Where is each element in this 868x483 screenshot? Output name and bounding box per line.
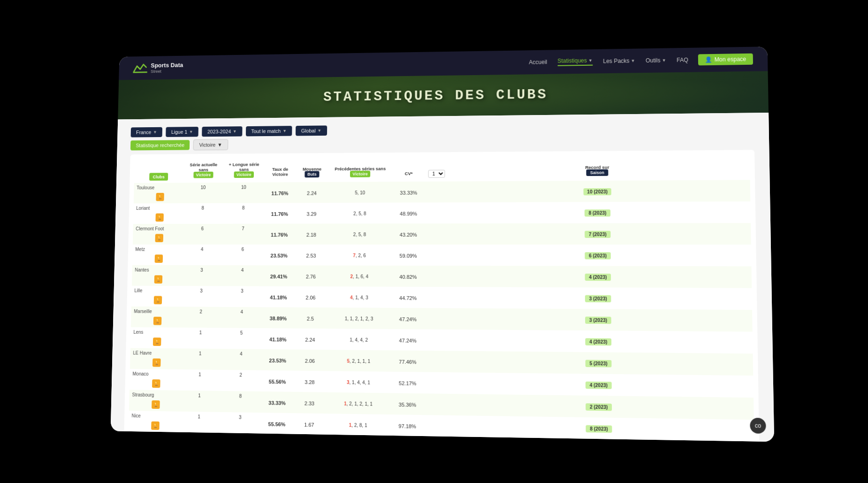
victoire-label: Victoire (199, 142, 215, 147)
club-icon-10: 🏆 (152, 400, 160, 408)
nav-les-packs[interactable]: Les Packs ▼ (603, 57, 635, 64)
header-moyenne-label: Moyenne Buts (298, 164, 327, 178)
header-saison: Saison (586, 169, 609, 176)
filter-league[interactable]: Ligue 1 ▼ (166, 127, 198, 137)
club-icon-7: 🏆 (153, 337, 161, 346)
filter-season-label: 2023-2024 (207, 129, 231, 134)
nav-faq[interactable]: FAQ (677, 56, 688, 63)
club-icon-2: 🏆 (155, 234, 164, 242)
filters-row-2: Statistique recherchée Victoire ▼ (130, 134, 754, 151)
nav-statistiques[interactable]: Statistiques ▼ (557, 57, 593, 66)
record-cell-4: 4 (2023) (585, 273, 611, 280)
stat-recherchee-label: Statistique recherchée (136, 142, 184, 148)
header-victoire1: Victoire (193, 171, 213, 178)
club-icon-3: 🏆 (155, 254, 163, 263)
record-cell-10: 2 (2023) (586, 403, 612, 411)
club-name-11: Nice (131, 413, 176, 419)
nav-links: Accueil Statistiques ▼ Les Packs ▼ Outil… (529, 55, 688, 66)
club-name-5: Lille (134, 288, 178, 293)
header-longue-label: + Longue série sans Victoire (225, 160, 263, 178)
record-cell-6: 3 (2023) (585, 316, 611, 324)
league-arrow: ▼ (189, 129, 193, 134)
record-cell-8: 5 (2023) (586, 360, 611, 367)
header-taux: Taux deVictoire (266, 164, 294, 178)
record-cell-1: 8 (2023) (585, 209, 610, 216)
club-name-9: Monaco (132, 371, 176, 376)
club-icon-4: 🏆 (154, 275, 163, 284)
club-icon-8: 🏆 (152, 358, 161, 367)
filter-victoire[interactable]: Victoire ▼ (193, 139, 228, 150)
club-name-10: Strasbourg (132, 392, 176, 398)
table-row: Loriant 8 8 11.76% 3.29 2, 5, 8 48.99% 8… (133, 201, 750, 212)
header-victoire3: Victoire (350, 170, 371, 177)
filters-row-1: France ▼ Ligue 1 ▼ 2023-2024 ▼ Tout le m… (131, 121, 754, 137)
record-cell-7: 4 (2023) (586, 338, 611, 345)
club-name-0: Toulouse (137, 185, 180, 190)
victoire-arrow: ▼ (217, 142, 222, 147)
logo-icon (132, 61, 148, 74)
header-buts: Buts (305, 171, 319, 177)
logo-area: Sports Data Street (132, 61, 183, 74)
header-record-label: Record sur Saison (450, 161, 748, 177)
club-name-6: Marseille (134, 308, 178, 314)
nav-outils[interactable]: Outils ▼ (646, 57, 666, 64)
club-icon-11: 🏆 (151, 421, 160, 429)
header-clubs: Clubs (149, 173, 168, 181)
header-victoire2: Victoire (234, 171, 254, 178)
record-cell-2: 7 (2023) (585, 230, 610, 238)
club-name-3: Metz (135, 246, 179, 252)
record-cell-0: 10 (2023) (583, 188, 611, 195)
season-arrow: ▼ (233, 129, 237, 134)
header-cv: CV* (394, 169, 423, 178)
filter-season[interactable]: 2023-2024 ▼ (202, 126, 242, 137)
table-row: Metz 4 6 23.53% 2.53 7, 2, 6 59.09% 6 (2… (132, 244, 751, 253)
filter-match-label: Tout le match (251, 128, 281, 134)
country-arrow: ▼ (153, 130, 157, 134)
table-container: Clubs Série actuellesans Victoire + Long… (123, 150, 760, 442)
filter-global-label: Global (301, 128, 316, 133)
club-icon-0: 🏆 (156, 192, 164, 201)
record-cell-3: 6 (2023) (585, 252, 611, 259)
mon-espace-button[interactable]: 👤 Mon espace (698, 53, 753, 65)
filter-stat-recherchee[interactable]: Statistique recherchée (130, 140, 190, 150)
hero-title: STATISTIQUES DES CLUBS (323, 86, 548, 105)
club-name-8: LE Havre (133, 350, 177, 356)
club-name-12: Montpellier (131, 434, 175, 440)
club-name-4: Nantes (135, 267, 179, 272)
club-icon-1: 🏆 (155, 213, 163, 222)
stat-dropdown-arrow: ▼ (588, 58, 593, 62)
brand-name: Sports Data (151, 61, 183, 69)
club-icon-5: 🏆 (154, 296, 162, 304)
header-serie-label: Série actuellesans Victoire (185, 160, 222, 179)
stats-table: Clubs Série actuellesans Victoire + Long… (128, 154, 755, 442)
club-name-7: Lens (133, 330, 177, 335)
club-icon-6: 🏆 (153, 316, 162, 325)
nav-accueil[interactable]: Accueil (529, 59, 547, 65)
filter-match[interactable]: Tout le match ▼ (246, 126, 292, 136)
global-arrow: ▼ (317, 128, 321, 133)
club-name-1: Loriant (136, 205, 180, 210)
filter-global[interactable]: Global ▼ (296, 125, 327, 136)
record-cell-9: 4 (2023) (586, 381, 611, 389)
packs-dropdown-arrow: ▼ (631, 58, 635, 63)
cv-select[interactable]: 123 (428, 169, 445, 177)
main-content: France ▼ Ligue 1 ▼ 2023-2024 ▼ Tout le m… (111, 113, 774, 442)
filter-league-label: Ligue 1 (171, 129, 187, 135)
svg-rect-0 (133, 71, 147, 73)
filter-country[interactable]: France ▼ (131, 127, 163, 137)
user-icon: 👤 (705, 56, 712, 63)
filter-country-label: France (136, 129, 152, 135)
match-arrow: ▼ (282, 129, 287, 133)
co-badge: co (750, 417, 766, 433)
club-name-2: Clermont Foot (136, 226, 179, 231)
outils-dropdown-arrow: ▼ (662, 58, 666, 62)
header-precedentes-label: Précédentes séries sans Victoire (330, 164, 391, 178)
table-row: 🏆 (128, 440, 754, 441)
brand-sub: Street (151, 69, 183, 74)
club-icon-9: 🏆 (152, 379, 160, 388)
table-row: Clermont Foot 6 7 11.76% 2.18 2, 5, 8 43… (133, 223, 751, 232)
record-cell-5: 3 (2023) (585, 295, 611, 302)
record-cell-11: 8 (2023) (586, 425, 612, 432)
mon-espace-label: Mon espace (715, 55, 746, 62)
screen-wrapper: Sports Data Street Accueil Statistiques … (111, 46, 774, 442)
